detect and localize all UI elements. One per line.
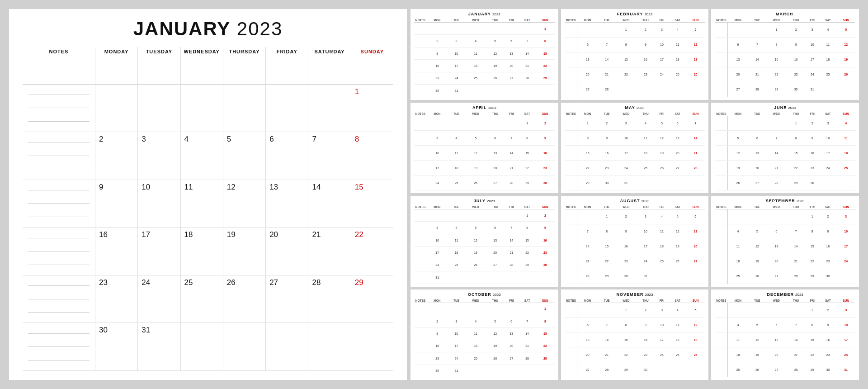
sm-day-cell: 6 [748, 131, 766, 146]
sm-day-cell: 9 [820, 224, 837, 239]
sm-day-cell: 5 [686, 303, 705, 318]
sm-day-cell: 11 [448, 146, 465, 161]
sm-day-cell: 14 [748, 52, 766, 67]
sm-day-cell: 5 [465, 131, 486, 146]
sm-day-cell: 8 [805, 318, 820, 332]
sm-day-cell: 25 [727, 362, 748, 377]
sm-notes-header: NOTES [414, 18, 427, 23]
sm-cal-table: NOTESMONTUEWEDTHUFRISATSUN 123456 789101… [565, 205, 705, 284]
sm-day-cell: 11 [669, 37, 686, 52]
sm-day-cell [655, 362, 669, 377]
sm-day-cell: 21 [504, 161, 519, 176]
sm-day-cell: 26 [727, 176, 748, 190]
small-month-may: MAY2023NOTESMONTUEWEDTHUFRISATSUN 123456… [561, 103, 709, 194]
sm-day-cell: 12 [727, 146, 748, 161]
sm-day-cell [727, 23, 748, 38]
sm-notes-cell [565, 23, 577, 38]
sm-day-cell: 2 [637, 303, 655, 318]
sm-notes-cell [715, 224, 727, 239]
sm-day-header-sun: SUN [836, 205, 855, 209]
sm-day-cell: 16 [787, 52, 805, 67]
note-line [28, 217, 90, 217]
sm-day-cell: 23 [637, 67, 655, 82]
sm-day-header-thu: THU [486, 299, 504, 303]
sm-day-header-mon: MON [727, 18, 748, 23]
sm-day-cell: 29 [598, 269, 616, 284]
sm-day-cell: 29 [519, 176, 536, 190]
sm-day-cell: 22 [536, 340, 555, 352]
sm-day-cell: 30 [427, 365, 448, 377]
sm-day-cell: 30 [427, 85, 448, 97]
sm-day-cell: 6 [766, 224, 787, 239]
sm-day-header-thu: THU [486, 205, 504, 209]
sm-day-cell: 4 [655, 209, 669, 224]
sm-day-cell: 24 [427, 259, 448, 271]
sm-day-cell: 26 [748, 269, 766, 284]
sm-day-cell: 8 [805, 224, 820, 239]
day-7: 7 [308, 132, 350, 180]
sm-notes-cell [565, 332, 577, 347]
tuesday-header: TUESDAY [137, 47, 180, 85]
sm-day-cell: 20 [504, 60, 519, 72]
sm-day-cell [577, 303, 598, 318]
sm-day-header-sat: SAT [519, 205, 536, 209]
sm-day-cell [669, 82, 686, 97]
sm-day-cell: 16 [637, 52, 655, 67]
sm-day-cell: 6 [766, 318, 787, 332]
sm-day-cell: 3 [448, 35, 465, 47]
sm-day-header-tue: TUE [598, 299, 616, 303]
sm-day-cell [504, 23, 519, 35]
sm-notes-cell [715, 52, 727, 67]
sm-day-cell [465, 303, 486, 315]
sm-day-cell: 28 [766, 176, 787, 190]
sm-day-cell: 17 [655, 52, 669, 67]
note-line [28, 156, 90, 156]
note-line [28, 251, 90, 251]
note-line [28, 360, 90, 361]
day-1: 1 [351, 85, 393, 133]
notes-cell-5 [23, 275, 95, 323]
sm-day-header-wed: WED [766, 299, 787, 303]
sm-day-cell: 4 [448, 222, 465, 234]
sm-day-header-fri: FRI [805, 205, 820, 209]
sm-title-row: MARCH [715, 12, 855, 16]
small-month-june: JUNE2023NOTESMONTUEWEDTHUFRISATSUN 1234 … [711, 103, 859, 194]
sm-day-cell [486, 85, 504, 97]
small-month-february: FEBRUARY2023NOTESMONTUEWEDTHUFRISATSUN 1… [561, 9, 709, 100]
sm-day-cell: 1 [519, 116, 536, 131]
sm-day-cell: 27 [727, 82, 748, 97]
note-line [28, 238, 90, 238]
sm-day-cell: 7 [598, 37, 616, 52]
sm-day-cell: 18 [669, 52, 686, 67]
day-9: 9 [95, 180, 137, 228]
sm-day-cell: 6 [504, 315, 519, 327]
sm-year: 2023 [644, 12, 652, 16]
sm-day-header-sat: SAT [519, 18, 536, 23]
sm-day-cell: 1 [598, 209, 616, 224]
sm-day-cell: 18 [448, 247, 465, 259]
sm-month-name: MARCH [776, 12, 793, 16]
sm-notes-cell [715, 347, 727, 362]
sm-day-cell: 30 [536, 259, 555, 271]
sm-day-cell: 11 [448, 234, 465, 246]
sm-day-header-sat: SAT [519, 112, 536, 116]
sm-day-cell: 31 [836, 362, 855, 377]
sm-day-header-mon: MON [427, 299, 448, 303]
sm-day-cell: 26 [836, 67, 855, 82]
sm-title-row: JUNE2023 [715, 105, 855, 110]
sm-notes-header: NOTES [565, 112, 577, 116]
sm-day-cell: 14 [686, 131, 705, 146]
sm-day-cell: 22 [805, 254, 820, 269]
large-month-title: JANUARY 2023 [23, 18, 393, 40]
sm-day-cell: 16 [616, 239, 637, 254]
sm-day-cell: 16 [427, 340, 448, 352]
sm-day-cell: 11 [655, 224, 669, 239]
sm-notes-cell [565, 146, 577, 161]
sm-year: 2023 [795, 293, 803, 297]
sm-month-name: APRIL [472, 105, 487, 110]
sm-day-cell: 22 [519, 247, 536, 259]
sm-day-cell: 15 [536, 327, 555, 340]
sm-day-cell: 14 [519, 47, 536, 59]
sm-day-cell: 15 [536, 47, 555, 59]
sm-notes-cell [715, 362, 727, 377]
